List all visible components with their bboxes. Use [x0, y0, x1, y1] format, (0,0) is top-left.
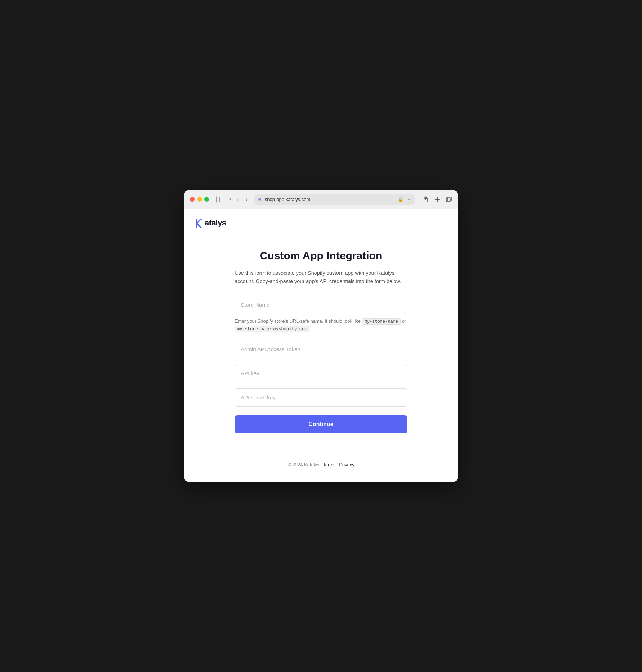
logo-area: atalys: [196, 218, 446, 228]
sidebar-toggle-button[interactable]: [216, 196, 226, 203]
back-button[interactable]: ‹: [234, 196, 240, 203]
browser-window: ▾ ‹ › K shop-app.katalys.com 🔒 ···: [184, 190, 458, 482]
hint-code-1: my-store-name: [362, 318, 401, 325]
continue-button[interactable]: Continue: [235, 415, 407, 433]
admin-api-token-input[interactable]: [235, 340, 407, 358]
dropdown-chevron-icon[interactable]: ▾: [229, 197, 231, 202]
url-text: shop-app.katalys.com: [265, 197, 395, 202]
traffic-light-yellow[interactable]: [197, 197, 202, 202]
logo-k-letter: [196, 218, 204, 228]
api-fields-group: [235, 340, 407, 407]
page-title: Custom App Integration: [235, 250, 407, 262]
hint-code-2: my-store-name.myshopify.com: [235, 326, 309, 332]
form-container: Custom App Integration Use this form to …: [235, 242, 407, 441]
footer: © 2024 Katalys Terms Privacy: [196, 462, 446, 467]
traffic-lights: [190, 197, 209, 202]
share-button[interactable]: [422, 196, 429, 203]
hint-text-after: .: [309, 326, 311, 331]
address-bar[interactable]: K shop-app.katalys.com 🔒 ···: [254, 194, 415, 205]
browser-chrome: ▾ ‹ › K shop-app.katalys.com 🔒 ···: [184, 190, 458, 209]
browser-actions: [422, 196, 452, 203]
hint-text-before: Enter your Shopify store's URL-safe name…: [235, 318, 362, 324]
forward-button[interactable]: ›: [243, 196, 249, 203]
tab-overview-button[interactable]: [446, 196, 452, 203]
store-name-input[interactable]: [235, 296, 407, 314]
privacy-link[interactable]: Privacy: [339, 462, 354, 467]
traffic-light-red[interactable]: [190, 197, 195, 202]
katalys-logo: atalys: [196, 218, 446, 228]
page-description: Use this form to associate your Shopify …: [235, 269, 407, 286]
lock-icon: 🔒: [398, 197, 403, 202]
browser-controls: ▾ ‹ ›: [216, 196, 250, 203]
terms-link[interactable]: Terms: [323, 462, 335, 467]
new-tab-button[interactable]: [434, 196, 440, 203]
copyright-text: © 2024 Katalys: [288, 462, 319, 467]
traffic-light-green[interactable]: [204, 197, 209, 202]
logo-text: atalys: [205, 218, 226, 228]
store-name-hint: Enter your Shopify store's URL-safe name…: [235, 318, 407, 333]
katalys-favicon: K: [258, 197, 262, 202]
hint-text-middle: or: [401, 318, 406, 324]
more-button[interactable]: ···: [406, 196, 411, 203]
api-secret-input[interactable]: [235, 388, 407, 407]
browser-content: atalys Custom App Integration Use this f…: [184, 209, 458, 482]
api-key-input[interactable]: [235, 364, 407, 382]
store-name-field: Enter your Shopify store's URL-safe name…: [235, 296, 407, 333]
